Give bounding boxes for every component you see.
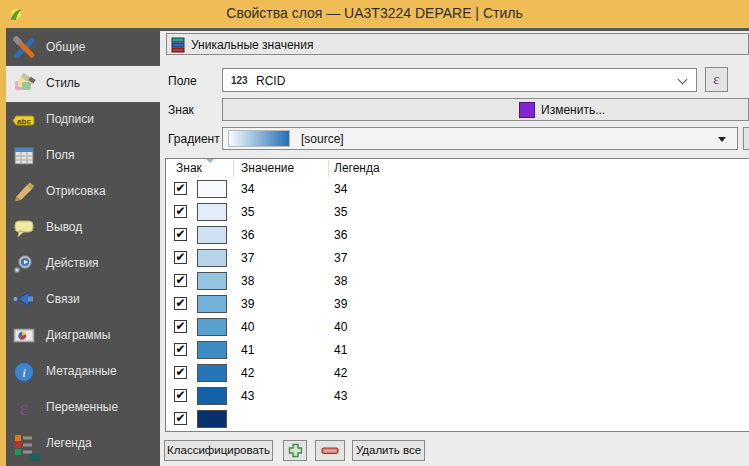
sidebar-item-variables[interactable]: εПеременные bbox=[6, 390, 160, 426]
sidebar-item-label: Стиль bbox=[46, 76, 80, 90]
sidebar-item-rendering[interactable]: Отрисовка bbox=[6, 174, 160, 210]
header-symbol[interactable]: Знак bbox=[176, 161, 202, 175]
paintbrush-icon bbox=[12, 72, 36, 96]
table-row[interactable]: ✔3838 bbox=[166, 270, 749, 293]
sidebar-item-label: Легенда bbox=[46, 436, 92, 450]
row-legend: 38 bbox=[334, 274, 347, 288]
table-row[interactable]: ✔4040 bbox=[166, 316, 749, 339]
row-value: 39 bbox=[241, 297, 254, 311]
sidebar-item-legend[interactable]: Легенда bbox=[6, 426, 160, 462]
table-row[interactable]: ✔4141 bbox=[166, 339, 749, 362]
row-checkbox[interactable]: ✔ bbox=[174, 366, 187, 379]
fields-table-icon bbox=[12, 144, 36, 168]
sidebar-item-label: Общие bbox=[46, 40, 85, 54]
row-value: 35 bbox=[241, 205, 254, 219]
row-color-swatch[interactable] bbox=[197, 272, 227, 290]
table-row[interactable]: ✔4242 bbox=[166, 362, 749, 385]
sidebar-item-metadata[interactable]: iМетаданные bbox=[6, 354, 160, 390]
row-legend: 40 bbox=[334, 320, 347, 334]
epsilon-icon: ε bbox=[12, 396, 36, 420]
row-checkbox[interactable]: ✔ bbox=[174, 228, 187, 241]
change-symbol-button[interactable]: Изменить... bbox=[222, 98, 749, 121]
abc-tag-icon: abc bbox=[12, 108, 36, 132]
row-legend: 42 bbox=[334, 366, 347, 380]
row-color-swatch[interactable] bbox=[197, 203, 227, 221]
remove-category-button[interactable] bbox=[315, 440, 345, 461]
column-divider bbox=[328, 160, 329, 177]
plus-icon bbox=[288, 443, 303, 458]
row-value: 42 bbox=[241, 366, 254, 380]
gradient-label: Градиент bbox=[168, 132, 220, 146]
row-checkbox[interactable]: ✔ bbox=[174, 343, 187, 356]
delete-all-button[interactable]: Удалить все bbox=[352, 440, 425, 461]
row-checkbox[interactable]: ✔ bbox=[174, 274, 187, 287]
table-row[interactable]: ✔3737 bbox=[166, 247, 749, 270]
color-ramp-preview bbox=[228, 130, 290, 147]
svg-text:i: i bbox=[22, 365, 26, 380]
row-color-swatch[interactable] bbox=[197, 295, 227, 313]
sidebar-item-actions[interactable]: Действия bbox=[6, 246, 160, 282]
titlebar: Свойства слоя — UA3T3224 DEPARE | Стиль bbox=[0, 0, 749, 28]
gears-icon bbox=[12, 252, 36, 276]
sidebar: ОбщиеСтильabcПодписиПоляОтрисовкаВыводДе… bbox=[6, 28, 160, 466]
row-value: 37 bbox=[241, 251, 254, 265]
sidebar-item-display[interactable]: Вывод bbox=[6, 210, 160, 246]
table-row[interactable]: ✔4343 bbox=[166, 385, 749, 408]
row-legend: 35 bbox=[334, 205, 347, 219]
change-symbol-label: Изменить... bbox=[541, 103, 605, 117]
svg-text:abc: abc bbox=[17, 117, 31, 126]
row-checkbox[interactable]: ✔ bbox=[174, 182, 187, 195]
table-row[interactable]: ✔3939 bbox=[166, 293, 749, 316]
tools-icon bbox=[12, 36, 36, 60]
sidebar-item-fields[interactable]: Поля bbox=[6, 138, 160, 174]
edit-ramp-button-cutoff[interactable] bbox=[743, 127, 749, 150]
row-legend: 36 bbox=[334, 228, 347, 242]
header-legend[interactable]: Легенда bbox=[334, 161, 380, 175]
row-value: 40 bbox=[241, 320, 254, 334]
classify-button[interactable]: Классифицировать bbox=[164, 440, 273, 461]
expression-builder-button[interactable]: ε bbox=[705, 67, 728, 92]
sidebar-item-labels[interactable]: abcПодписи bbox=[6, 102, 160, 138]
color-ramp-value: [source] bbox=[301, 132, 344, 146]
sidebar-item-joins[interactable]: Связи bbox=[6, 282, 160, 318]
categories-table: Знак Значение Легенда ✔3434✔3535✔3636✔37… bbox=[165, 158, 749, 432]
table-header: Знак Значение Легенда bbox=[166, 159, 749, 178]
table-row[interactable]: ✔3434 bbox=[166, 178, 749, 201]
table-row[interactable]: ✔3535 bbox=[166, 201, 749, 224]
row-color-swatch[interactable] bbox=[197, 364, 227, 382]
color-ramp-select[interactable]: [source] bbox=[222, 127, 738, 150]
row-checkbox[interactable]: ✔ bbox=[174, 320, 187, 333]
header-value[interactable]: Значение bbox=[241, 161, 294, 175]
row-color-swatch[interactable] bbox=[197, 387, 227, 405]
info-icon: i bbox=[12, 360, 36, 384]
sidebar-item-style[interactable]: Стиль bbox=[6, 66, 160, 102]
row-color-swatch[interactable] bbox=[197, 410, 227, 428]
add-category-button[interactable] bbox=[283, 440, 307, 461]
style-panel: Уникальные значения Поле 123 RCID ε Знак… bbox=[160, 31, 749, 466]
sidebar-item-label: Действия bbox=[46, 256, 99, 270]
row-color-swatch[interactable] bbox=[197, 318, 227, 336]
row-legend: 41 bbox=[334, 343, 347, 357]
join-arrow-icon bbox=[12, 288, 36, 312]
row-checkbox[interactable]: ✔ bbox=[174, 297, 187, 310]
row-color-swatch[interactable] bbox=[197, 249, 227, 267]
row-checkbox[interactable]: ✔ bbox=[174, 412, 187, 425]
renderer-select[interactable]: Уникальные значения bbox=[166, 33, 749, 55]
field-select[interactable]: 123 RCID bbox=[222, 68, 697, 92]
row-checkbox[interactable]: ✔ bbox=[174, 205, 187, 218]
row-color-swatch[interactable] bbox=[197, 180, 227, 198]
sort-indicator-icon bbox=[206, 159, 214, 163]
sidebar-item-label: Отрисовка bbox=[46, 184, 106, 198]
sidebar-item-diagrams[interactable]: Диаграммы bbox=[6, 318, 160, 354]
table-row[interactable]: ✔ bbox=[166, 408, 749, 431]
sidebar-item-general[interactable]: Общие bbox=[6, 30, 160, 66]
table-row[interactable]: ✔3636 bbox=[166, 224, 749, 247]
row-color-swatch[interactable] bbox=[197, 341, 227, 359]
render-brush-icon bbox=[12, 180, 36, 204]
legend-icon bbox=[12, 432, 36, 456]
row-value: 41 bbox=[241, 343, 254, 357]
row-checkbox[interactable]: ✔ bbox=[174, 251, 187, 264]
row-legend: 37 bbox=[334, 251, 347, 265]
row-color-swatch[interactable] bbox=[197, 226, 227, 244]
row-checkbox[interactable]: ✔ bbox=[174, 389, 187, 402]
